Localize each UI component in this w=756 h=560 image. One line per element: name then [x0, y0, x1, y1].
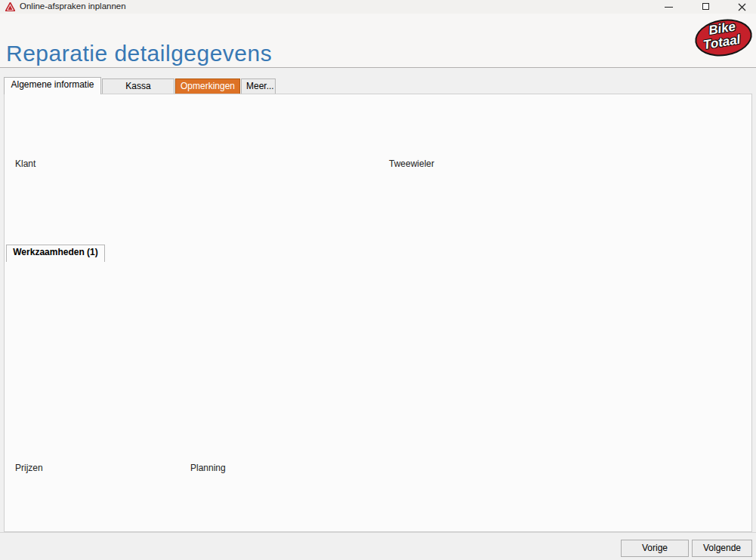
maximize-icon: [702, 3, 709, 10]
tweewieler-group-label: Tweewieler: [386, 158, 437, 169]
minimize-button[interactable]: [657, 0, 683, 14]
planning-group-label: Planning: [187, 463, 229, 473]
close-button[interactable]: [730, 0, 755, 14]
page-header: Reparatie detailgegevens Bike Totaal: [0, 14, 756, 68]
tab-meer[interactable]: Meer...: [241, 78, 276, 94]
tab-algemene-informatie[interactable]: Algemene informatie: [4, 77, 101, 94]
tab-werkzaamheden[interactable]: Werkzaamheden (1): [6, 245, 105, 262]
footer-divider: [0, 532, 756, 533]
tab-opmerkingen[interactable]: Opmerkingen: [175, 78, 240, 94]
minimize-icon: [665, 7, 673, 8]
page-title: Reparatie detailgegevens: [6, 41, 272, 66]
tab-kassa-transacties[interactable]: Kassa transacties: [102, 78, 174, 94]
klant-group-label: Klant: [12, 158, 39, 169]
tab-page-algemene-informatie: [4, 94, 752, 532]
close-icon: [738, 3, 746, 11]
volgende-button[interactable]: Volgende: [692, 540, 752, 557]
window-title: Online-afspraken inplannen: [20, 2, 126, 11]
vorige-button[interactable]: Vorige: [621, 540, 689, 557]
window-titlebar: Online-afspraken inplannen: [0, 0, 756, 14]
app-icon: [5, 2, 15, 11]
maximize-button[interactable]: [693, 0, 719, 14]
prijzen-group-label: Prijzen: [12, 463, 46, 473]
bike-totaal-logo: Bike Totaal: [690, 14, 756, 62]
